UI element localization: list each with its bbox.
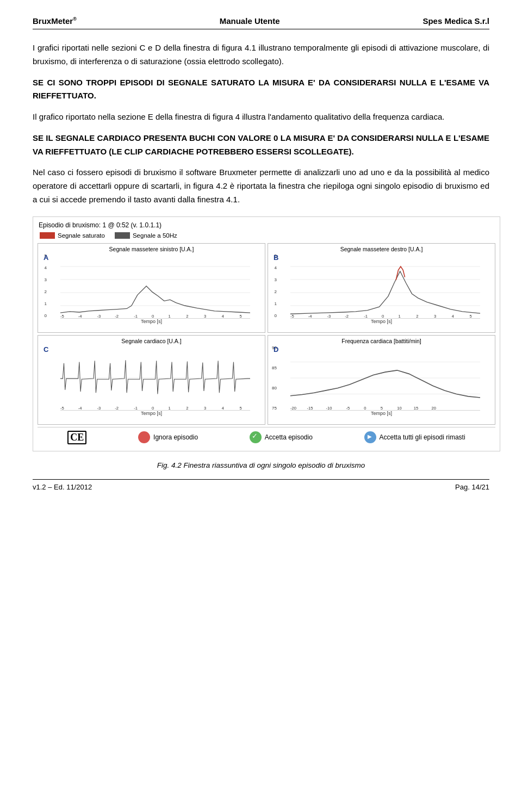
chart-B-label: B	[274, 253, 278, 262]
chart-D-yaxis: 90858075	[270, 345, 278, 411]
svg-text:0: 0	[152, 405, 154, 410]
accept-all-btn-area[interactable]: Accetta tutti gli episodi rimasti	[364, 431, 465, 443]
svg-text:-4: -4	[78, 405, 83, 410]
chart-B-yaxis: 543210	[270, 253, 278, 319]
chart-C-yaxis	[40, 345, 48, 411]
chart-B-inner: 543210 -5 -4 -3	[270, 253, 493, 319]
svg-text:-3: -3	[97, 313, 101, 318]
chart-D: Frequenza cardiaca [battiti/min] D 90858…	[268, 335, 495, 425]
svg-text:-3: -3	[327, 313, 331, 318]
svg-text:3: 3	[204, 313, 206, 318]
chart-B-xlabel: Tempo [s]	[270, 319, 493, 324]
button-row: CE Ignora episodio Accetta episodio Acce…	[38, 427, 495, 448]
figure-title-bar: Episodio di bruxismo: 1 @ 0:52 (v. 1.0.1…	[38, 221, 495, 229]
legend-label-50hz: Segnale a 50Hz	[133, 232, 177, 239]
accept-all-icon	[364, 431, 376, 443]
footer-page: Pag. 14/21	[455, 483, 489, 491]
svg-text:3: 3	[204, 405, 206, 410]
svg-text:3: 3	[434, 313, 436, 318]
company-name: Spes Medica S.r.l	[422, 16, 489, 26]
chart-C-svg: -5 -4 -3 -2 -1 0 1 2 3 4 5	[48, 345, 263, 411]
svg-text:-15: -15	[307, 405, 313, 410]
page: BruxMeter® Manuale Utente Spes Medica S.…	[0, 0, 522, 513]
paragraph-5: Nel caso ci fossero episodi di bruxismo …	[33, 166, 489, 206]
svg-text:-1: -1	[134, 313, 138, 318]
svg-text:-2: -2	[115, 313, 119, 318]
svg-text:5: 5	[469, 313, 471, 318]
accept-icon	[250, 431, 262, 443]
paragraph-3: Il grafico riportato nella sezione E del…	[33, 110, 489, 124]
chart-A-yaxis: 543210	[40, 253, 48, 319]
chart-A: Segnale massetere sinistro [U.A.] A 5432…	[38, 243, 265, 333]
paragraph-2: SE CI SONO TROPPI EPISODI DI SEGNALE SAT…	[33, 76, 489, 103]
legend-item-50hz: Segnale a 50Hz	[115, 232, 177, 239]
svg-text:2: 2	[186, 313, 188, 318]
svg-text:-3: -3	[97, 405, 101, 410]
svg-text:5: 5	[239, 405, 241, 410]
svg-text:-2: -2	[115, 405, 119, 410]
svg-text:-4: -4	[308, 313, 313, 318]
chart-C-xlabel: Tempo [s]	[40, 411, 263, 416]
paragraph-4: SE IL SEGNALE CARDIACO PRESENTA BUCHI CO…	[33, 132, 489, 159]
svg-text:1: 1	[399, 313, 401, 318]
svg-text:-5: -5	[60, 313, 64, 318]
chart-B-title: Segnale massetere destro [U.A.]	[270, 246, 493, 252]
accept-btn-area[interactable]: Accetta episodio	[250, 431, 313, 443]
svg-text:20: 20	[432, 405, 436, 410]
chart-A-inner: 543210 -5 -4	[40, 253, 263, 319]
chart-A-svg: -5 -4 -3 -2 -1 0 1 2 3 4 5	[48, 253, 263, 319]
svg-text:-5: -5	[346, 405, 350, 410]
svg-text:4: 4	[222, 313, 225, 318]
svg-text:0: 0	[382, 313, 384, 318]
legend-row: Segnale saturato Segnale a 50Hz	[38, 232, 495, 239]
chart-D-svg: -20 -15 -10 -5 0 5 10 15 20	[278, 345, 493, 411]
body-content: I grafici riportati nelle sezioni C e D …	[33, 41, 489, 207]
svg-text:-10: -10	[326, 405, 332, 410]
chart-A-title: Segnale massetere sinistro [U.A.]	[40, 246, 263, 252]
svg-text:10: 10	[397, 405, 401, 410]
legend-item-saturato: Segnale saturato	[40, 232, 105, 239]
legend-color-50hz	[115, 232, 130, 239]
chart-D-title: Frequenza cardiaca [battiti/min]	[270, 338, 493, 344]
chart-D-label: D	[274, 345, 278, 354]
svg-text:-5: -5	[290, 313, 294, 318]
footer-version: v1.2 – Ed. 11/2012	[33, 483, 92, 491]
svg-text:-1: -1	[364, 313, 368, 318]
chart-B-svg: -5 -4 -3 -2 -1 0 1 2 3 4 5	[278, 253, 493, 319]
svg-text:4: 4	[222, 405, 225, 410]
ignore-btn-area[interactable]: Ignora episodio	[138, 431, 198, 443]
svg-text:1: 1	[169, 313, 171, 318]
page-footer: v1.2 – Ed. 11/2012 Pag. 14/21	[33, 479, 489, 491]
legend-color-saturato	[40, 232, 55, 239]
svg-text:-2: -2	[345, 313, 349, 318]
charts-grid: Segnale massetere sinistro [U.A.] A 5432…	[38, 243, 495, 425]
ce-mark: CE	[67, 431, 86, 444]
svg-text:1: 1	[169, 405, 171, 410]
chart-A-label: A	[44, 253, 48, 262]
ignore-icon	[138, 431, 150, 443]
svg-text:-1: -1	[134, 405, 138, 410]
ignore-label: Ignora episodio	[153, 433, 198, 441]
svg-text:-20: -20	[290, 405, 296, 410]
svg-text:4: 4	[452, 313, 455, 318]
svg-text:5: 5	[239, 313, 241, 318]
chart-D-xlabel: Tempo [s]	[270, 411, 493, 416]
chart-C-label: C	[44, 345, 48, 354]
chart-C-title: Segnale cardiaco [U.A.]	[40, 338, 263, 344]
paragraph-1: I grafici riportati nelle sezioni C e D …	[33, 41, 489, 69]
brand-title: BruxMeter®	[33, 16, 77, 26]
legend-label-saturato: Segnale saturato	[58, 232, 105, 239]
chart-D-inner: 90858075 -20 -15 -10 -5 0	[270, 345, 493, 411]
svg-text:2: 2	[416, 313, 418, 318]
svg-text:5: 5	[381, 405, 383, 410]
figure-caption: Fig. 4.2 Finestra riassuntiva di ogni si…	[33, 461, 489, 469]
chart-B: Segnale massetere destro [U.A.] B 543210	[268, 243, 495, 333]
svg-text:15: 15	[414, 405, 418, 410]
accept-label: Accetta episodio	[265, 433, 313, 441]
chart-C-inner: -5 -4 -3 -2 -1 0 1 2 3 4 5	[40, 345, 263, 411]
chart-A-xlabel: Tempo [s]	[40, 319, 263, 324]
page-header: BruxMeter® Manuale Utente Spes Medica S.…	[33, 16, 489, 29]
svg-text:-4: -4	[78, 313, 83, 318]
figure-box: Episodio di bruxismo: 1 @ 0:52 (v. 1.0.1…	[33, 216, 500, 451]
svg-text:0: 0	[152, 313, 154, 318]
